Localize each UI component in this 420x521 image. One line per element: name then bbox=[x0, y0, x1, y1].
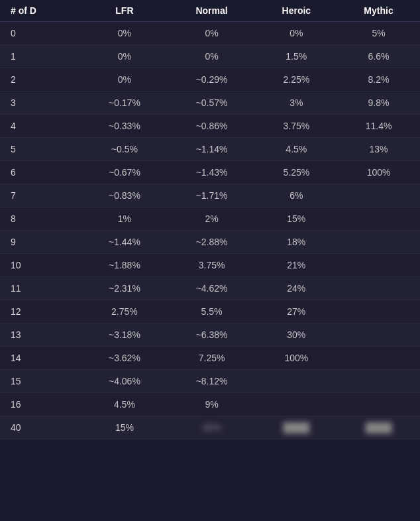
cell-heroic: 24% bbox=[256, 277, 337, 300]
cell-heroic: 18% bbox=[256, 231, 337, 254]
cell-mythic bbox=[337, 347, 420, 370]
cell-lfr: ~4.06% bbox=[81, 370, 168, 393]
col-header-lfr: LFR bbox=[81, 0, 168, 22]
cell-mythic bbox=[337, 231, 420, 254]
cell-mythic: 11.4% bbox=[337, 115, 420, 138]
cell-heroic bbox=[256, 370, 337, 393]
cell-mythic: 5% bbox=[337, 22, 420, 45]
table-row: 4015%30%████████ bbox=[0, 416, 420, 439]
cell-normal: 7.25% bbox=[168, 347, 256, 370]
cell-heroic: 6% bbox=[256, 184, 337, 207]
cell-normal: ~2.88% bbox=[168, 231, 256, 254]
cell-d: 5 bbox=[0, 138, 81, 161]
cell-d: 1 bbox=[0, 45, 81, 68]
cell-heroic bbox=[256, 393, 337, 416]
cell-d: 40 bbox=[0, 416, 81, 439]
cell-lfr: ~0.5% bbox=[81, 138, 168, 161]
cell-heroic: 1.5% bbox=[256, 45, 337, 68]
cell-mythic: 100% bbox=[337, 161, 420, 184]
cell-lfr: ~3.62% bbox=[81, 347, 168, 370]
cell-mythic: 13% bbox=[337, 138, 420, 161]
col-header-heroic: Heroic bbox=[256, 0, 337, 22]
cell-lfr: ~0.83% bbox=[81, 184, 168, 207]
cell-mythic: 8.2% bbox=[337, 68, 420, 91]
cell-d: 12 bbox=[0, 300, 81, 323]
table-row: 7~0.83%~1.71%6% bbox=[0, 184, 420, 207]
cell-d: 9 bbox=[0, 231, 81, 254]
cell-lfr: 0% bbox=[81, 45, 168, 68]
table-row: 11~2.31%~4.62%24% bbox=[0, 277, 420, 300]
cell-mythic bbox=[337, 254, 420, 277]
table-row: 00%0%0%5% bbox=[0, 22, 420, 45]
table-row: 20%~0.29%2.25%8.2% bbox=[0, 68, 420, 91]
cell-d: 15 bbox=[0, 370, 81, 393]
cell-heroic: 5.25% bbox=[256, 161, 337, 184]
cell-heroic: 100% bbox=[256, 347, 337, 370]
table-row: 3~0.17%~0.57%3%9.8% bbox=[0, 91, 420, 115]
cell-mythic: ████ bbox=[337, 416, 420, 439]
drop-chance-table: # of D LFR Normal Heroic Mythic 00%0%0%5… bbox=[0, 0, 420, 439]
cell-lfr: 15% bbox=[81, 416, 168, 439]
cell-d: 13 bbox=[0, 323, 81, 347]
cell-mythic bbox=[337, 207, 420, 231]
cell-normal: ~1.71% bbox=[168, 184, 256, 207]
cell-normal: ~0.57% bbox=[168, 91, 256, 115]
cell-lfr: 1% bbox=[81, 207, 168, 231]
cell-mythic bbox=[337, 184, 420, 207]
table-row: 13~3.18%~6.38%30% bbox=[0, 323, 420, 347]
cell-d: 11 bbox=[0, 277, 81, 300]
cell-lfr: ~0.67% bbox=[81, 161, 168, 184]
table-body: 00%0%0%5%10%0%1.5%6.6%20%~0.29%2.25%8.2%… bbox=[0, 22, 420, 439]
cell-d: 7 bbox=[0, 184, 81, 207]
table-row: 15~4.06%~8.12% bbox=[0, 370, 420, 393]
table-row: 10~1.88%3.75%21% bbox=[0, 254, 420, 277]
table-row: 81%2%15% bbox=[0, 207, 420, 231]
cell-normal: 0% bbox=[168, 45, 256, 68]
cell-d: 14 bbox=[0, 347, 81, 370]
cell-lfr: ~2.31% bbox=[81, 277, 168, 300]
cell-heroic: 3% bbox=[256, 91, 337, 115]
cell-lfr: 4.5% bbox=[81, 393, 168, 416]
cell-mythic: 6.6% bbox=[337, 45, 420, 68]
cell-normal: 3.75% bbox=[168, 254, 256, 277]
table-row: 5~0.5%~1.14%4.5%13% bbox=[0, 138, 420, 161]
cell-normal: ~4.62% bbox=[168, 277, 256, 300]
col-header-d: # of D bbox=[0, 0, 81, 22]
cell-d: 3 bbox=[0, 91, 81, 115]
cell-d: 0 bbox=[0, 22, 81, 45]
cell-d: 2 bbox=[0, 68, 81, 91]
cell-normal: 2% bbox=[168, 207, 256, 231]
cell-mythic: 9.8% bbox=[337, 91, 420, 115]
table-header-row: # of D LFR Normal Heroic Mythic bbox=[0, 0, 420, 22]
table-row: 14~3.62%7.25%100% bbox=[0, 347, 420, 370]
cell-mythic bbox=[337, 277, 420, 300]
cell-heroic: 0% bbox=[256, 22, 337, 45]
cell-normal: 30% bbox=[168, 416, 256, 439]
cell-heroic: 2.25% bbox=[256, 68, 337, 91]
cell-normal: ~8.12% bbox=[168, 370, 256, 393]
cell-d: 10 bbox=[0, 254, 81, 277]
cell-normal: ~0.86% bbox=[168, 115, 256, 138]
cell-normal: ~6.38% bbox=[168, 323, 256, 347]
table-row: 164.5%9% bbox=[0, 393, 420, 416]
cell-lfr: ~3.18% bbox=[81, 323, 168, 347]
cell-lfr: 0% bbox=[81, 22, 168, 45]
cell-lfr: ~0.17% bbox=[81, 91, 168, 115]
table-row: 9~1.44%~2.88%18% bbox=[0, 231, 420, 254]
cell-mythic bbox=[337, 323, 420, 347]
cell-d: 4 bbox=[0, 115, 81, 138]
cell-heroic: 4.5% bbox=[256, 138, 337, 161]
cell-lfr: 0% bbox=[81, 68, 168, 91]
cell-d: 6 bbox=[0, 161, 81, 184]
cell-lfr: ~1.44% bbox=[81, 231, 168, 254]
cell-mythic bbox=[337, 393, 420, 416]
cell-normal: ~0.29% bbox=[168, 68, 256, 91]
cell-normal: 0% bbox=[168, 22, 256, 45]
cell-heroic: ████ bbox=[256, 416, 337, 439]
cell-heroic: 21% bbox=[256, 254, 337, 277]
cell-normal: ~1.14% bbox=[168, 138, 256, 161]
cell-heroic: 3.75% bbox=[256, 115, 337, 138]
table-row: 122.75%5.5%27% bbox=[0, 300, 420, 323]
cell-heroic: 15% bbox=[256, 207, 337, 231]
cell-mythic bbox=[337, 300, 420, 323]
